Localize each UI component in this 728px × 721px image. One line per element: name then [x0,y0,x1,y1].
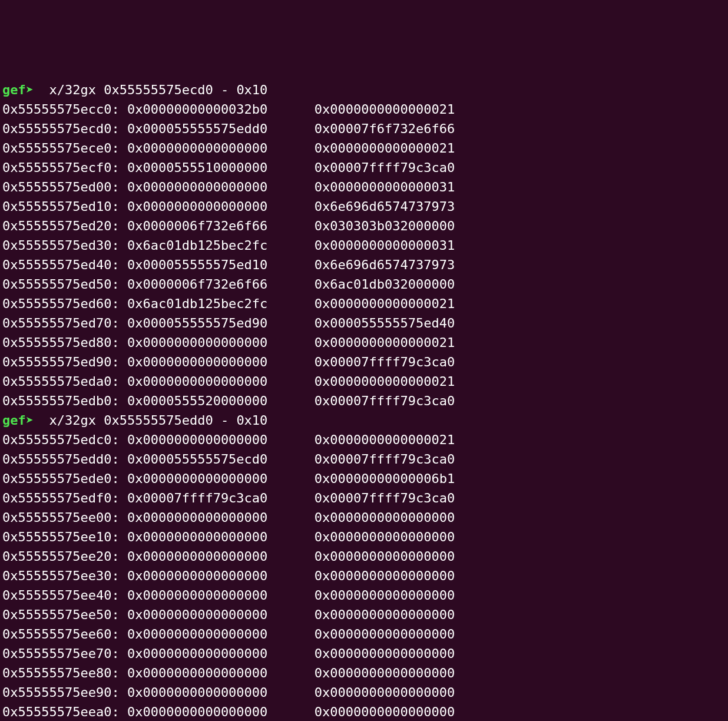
memory-row: 0x55555575ecc0: 0x00000000000032b0 0x000… [2,100,726,119]
memory-value-1: 0x6ac01db125bec2fc [127,238,267,253]
memory-value-2: 0x0000000000000031 [315,238,455,253]
memory-value-1: 0x000055555575ed90 [127,316,267,330]
memory-address: 0x55555575ed70: [2,316,120,330]
memory-value-1: 0x00000000000032b0 [127,102,267,117]
memory-address: 0x55555575ee80: [2,666,120,680]
memory-address: 0x55555575ece0: [2,141,120,156]
memory-value-1: 0x0000000000000000 [127,199,267,214]
memory-row: 0x55555575ed60: 0x6ac01db125bec2fc 0x000… [2,294,726,313]
memory-value-1: 0x0000555520000000 [127,393,267,408]
memory-row: 0x55555575ee20: 0x0000000000000000 0x000… [2,547,726,566]
memory-value-2: 0x0000000000000000 [315,627,455,641]
memory-row: 0x55555575ee40: 0x0000000000000000 0x000… [2,586,726,605]
memory-row: 0x55555575ede0: 0x0000000000000000 0x000… [2,469,726,488]
memory-value-2: 0x00007ffff79c3ca0 [315,491,455,505]
memory-value-1: 0x0000000000000000 [127,666,267,680]
memory-row: 0x55555575ee50: 0x0000000000000000 0x000… [2,605,726,624]
memory-value-2: 0x00007f6f732e6f66 [315,121,455,136]
memory-value-1: 0x0000000000000000 [127,627,267,641]
memory-row: 0x55555575ed80: 0x0000000000000000 0x000… [2,333,726,352]
memory-address: 0x55555575ed40: [2,257,120,272]
memory-row: 0x55555575ed00: 0x0000000000000000 0x000… [2,177,726,197]
memory-address: 0x55555575ed00: [2,180,120,194]
memory-address: 0x55555575ee60: [2,627,120,641]
prompt-arrow-icon: ➤ [26,82,42,97]
terminal-output[interactable]: gef➤ x/32gx 0x55555575ecd0 - 0x100x55555… [2,80,726,721]
memory-address: 0x55555575ecc0: [2,102,120,117]
memory-address: 0x55555575ee20: [2,549,120,564]
memory-value-2: 0x0000000000000031 [315,180,455,194]
memory-address: 0x55555575ee50: [2,607,120,622]
memory-value-2: 0x00007ffff79c3ca0 [315,160,455,175]
memory-row: 0x55555575eda0: 0x0000000000000000 0x000… [2,372,726,391]
memory-value-2: 0x00007ffff79c3ca0 [315,355,455,369]
command-text: x/32gx 0x55555575edd0 - 0x10 [41,413,267,428]
memory-value-2: 0x0000000000000000 [315,705,455,719]
memory-row: 0x55555575edf0: 0x00007ffff79c3ca0 0x000… [2,488,726,508]
memory-row: 0x55555575ed70: 0x000055555575ed90 0x000… [2,313,726,333]
memory-address: 0x55555575ecf0: [2,160,120,175]
memory-value-1: 0x0000000000000000 [127,588,267,603]
prompt-line[interactable]: gef➤ x/32gx 0x55555575ecd0 - 0x10 [2,80,726,100]
memory-value-2: 0x0000000000000021 [315,432,455,447]
memory-value-2: 0x0000000000000000 [315,549,455,564]
memory-address: 0x55555575eea0: [2,705,120,719]
memory-value-2: 0x0000000000000000 [315,588,455,603]
memory-value-1: 0x0000006f732e6f66 [127,219,267,233]
memory-value-1: 0x000055555575ed10 [127,257,267,272]
prompt-line[interactable]: gef➤ x/32gx 0x55555575edd0 - 0x10 [2,411,726,430]
memory-value-2: 0x00000000000006b1 [315,471,455,486]
memory-row: 0x55555575ece0: 0x0000000000000000 0x000… [2,138,726,158]
memory-value-2: 0x6ac01db032000000 [315,277,455,292]
memory-row: 0x55555575ed30: 0x6ac01db125bec2fc 0x000… [2,236,726,255]
memory-row: 0x55555575edb0: 0x0000555520000000 0x000… [2,391,726,411]
memory-value-2: 0x030303b032000000 [315,219,455,233]
memory-value-2: 0x6e696d6574737973 [315,257,455,272]
memory-address: 0x55555575ed10: [2,199,120,214]
memory-address: 0x55555575edc0: [2,432,120,447]
memory-value-2: 0x0000000000000000 [315,607,455,622]
memory-value-2: 0x0000000000000021 [315,335,455,350]
memory-row: 0x55555575ee90: 0x0000000000000000 0x000… [2,683,726,702]
memory-value-1: 0x0000000000000000 [127,335,267,350]
memory-value-1: 0x0000000000000000 [127,685,267,700]
memory-value-2: 0x0000000000000021 [315,102,455,117]
memory-value-2: 0x0000000000000021 [315,374,455,389]
memory-value-2: 0x0000000000000000 [315,568,455,583]
memory-row: 0x55555575ee80: 0x0000000000000000 0x000… [2,663,726,683]
memory-address: 0x55555575ed50: [2,277,120,292]
memory-address: 0x55555575ee90: [2,685,120,700]
memory-value-1: 0x0000000000000000 [127,180,267,194]
memory-address: 0x55555575ee70: [2,646,120,661]
memory-value-2: 0x00007ffff79c3ca0 [315,452,455,467]
memory-value-1: 0x0000000000000000 [127,568,267,583]
memory-address: 0x55555575ede0: [2,471,120,486]
memory-value-2: 0x0000000000000000 [315,666,455,680]
prompt-label: gef [2,82,26,97]
memory-value-2: 0x0000000000000000 [315,510,455,525]
memory-address: 0x55555575ee10: [2,530,120,544]
memory-address: 0x55555575edd0: [2,452,120,467]
prompt-label: gef [2,413,26,428]
memory-address: 0x55555575ee30: [2,568,120,583]
memory-value-1: 0x0000000000000000 [127,530,267,544]
memory-value-1: 0x0000000000000000 [127,141,267,156]
memory-row: 0x55555575ee00: 0x0000000000000000 0x000… [2,508,726,527]
memory-address: 0x55555575ed80: [2,335,120,350]
memory-value-1: 0x000055555575ecd0 [127,452,267,467]
memory-value-1: 0x0000006f732e6f66 [127,277,267,292]
memory-value-2: 0x00007ffff79c3ca0 [315,393,455,408]
memory-address: 0x55555575ecd0: [2,121,120,136]
memory-value-1: 0x0000000000000000 [127,510,267,525]
memory-address: 0x55555575ee00: [2,510,120,525]
command-text: x/32gx 0x55555575ecd0 - 0x10 [41,82,267,97]
memory-value-1: 0x0000000000000000 [127,705,267,719]
memory-address: 0x55555575ed20: [2,219,120,233]
memory-row: 0x55555575ecd0: 0x000055555575edd0 0x000… [2,119,726,138]
memory-value-1: 0x0000555510000000 [127,160,267,175]
memory-value-1: 0x0000000000000000 [127,646,267,661]
prompt-arrow-icon: ➤ [26,413,42,428]
memory-value-1: 0x0000000000000000 [127,607,267,622]
memory-value-2: 0x0000000000000000 [315,646,455,661]
memory-value-2: 0x6e696d6574737973 [315,199,455,214]
